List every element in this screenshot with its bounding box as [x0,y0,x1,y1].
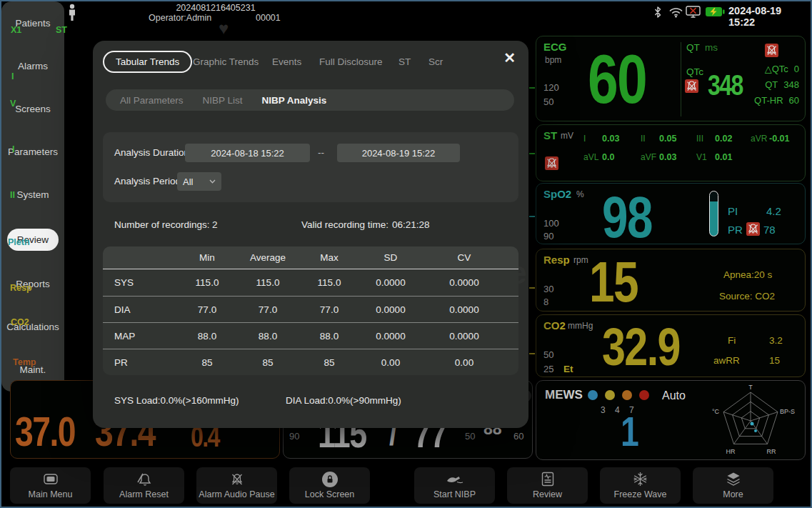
mews-tile[interactable]: MEWS 3 4 7 Auto 1 T BP-S RR HR °C [536,380,806,460]
tab-st[interactable]: ST [399,56,411,67]
waveform-tick [529,353,535,354]
tab-tabular-trends[interactable]: Tabular Trends [103,51,192,73]
delta-qtc-row: △QTc 0 [765,64,799,74]
spo2-unit: % [576,189,584,199]
st-lead-name: III [696,134,715,144]
lock-screen-button[interactable]: Lock Screen [289,467,370,504]
resp-unit: rpm [573,255,588,265]
subtab-nibp-list[interactable]: NIBP List [203,95,243,106]
resp-tile[interactable]: Resp rpm 30 8 15 Apnea:20 s Source: CO2 [536,249,806,312]
table-header-cv: CV [421,252,507,263]
sidebar-item-screens[interactable]: Screens [12,99,54,119]
cell-max: 88.0 [299,331,360,342]
st-lead-value: 0.02 [715,134,732,144]
resp-source: Source: CO2 [719,291,775,302]
qt-row: QT 348 [765,79,799,90]
ecg-tile[interactable]: ECG bpm 120 50 60 QT ms QTc 348 △QTc 0 Q… [536,36,806,121]
resp-limit-high: 30 [543,284,553,294]
nibp-map-low: 60 [513,431,523,442]
alarm-reset-button[interactable]: Alarm Reset [104,467,184,504]
table-header-sd: SD [360,252,421,263]
cell-sd: 0.0000 [360,277,421,288]
qt-hr-value: 60 [789,95,799,106]
more-button[interactable]: More [693,467,773,504]
table-row-map: MAP 88.0 88.0 88.0 0.0000 0.0000 [103,322,518,349]
fi-value: 3.2 [769,335,783,346]
radar-label-bps: BP-S [780,408,795,415]
duration-start-field[interactable]: 2024-08-18 15:22 [185,144,310,162]
table-header-max: Max [299,252,360,263]
table-row-dia: DIA 77.0 77.0 77.0 0.0000 0.0000 [103,296,518,322]
main-menu-button[interactable]: Main Menu [10,467,91,504]
tab-events[interactable]: Events [272,56,301,67]
table-row-pr: PR 85 85 85 0.00 0.00 [103,349,518,375]
qt-hr-label: QT-HR [754,95,783,106]
co2-tile[interactable]: CO2 mmHg 50 25 Et 32.9 Fi 3.2 awRR 15 [536,314,806,377]
patient-id: 00001 [256,13,281,23]
review-dialog: Demo Mode Tabular Trends Graphic Trends … [93,41,528,428]
cell-cv: 0.0000 [421,277,507,288]
freeze-wave-button[interactable]: Freeze Wave [600,467,681,504]
delta-qtc-value: 0 [794,64,799,74]
radar-label-t: T [748,384,753,391]
analysis-duration-label: Analysis Duration: [114,147,192,158]
alarm-audio-pause-button[interactable]: Alarm Audio Pause [196,467,277,504]
st-tile[interactable]: ST mV I0.03 II0.05 III0.02 aVR-0.01 aVL0… [536,124,806,181]
wave-label-lead2: II [10,190,15,200]
st-lead-name: aVR [751,134,769,144]
fi-label: Fi [728,335,736,346]
awrr-label: awRR [713,355,740,366]
mews-score-value: 1 [621,411,638,452]
pr-value: 78 [763,224,776,236]
row-label: MAP [114,331,177,342]
subtab-nibp-analysis[interactable]: NIBP Analysis [262,95,327,106]
st-lead-value: 0.05 [659,134,676,144]
wave-label-lead1: I [11,71,14,81]
alarm-off-icon [685,79,698,93]
sidebar-item-system[interactable]: System [14,185,51,204]
analysis-period-dropdown[interactable]: All [177,172,221,191]
review-button[interactable]: Review [507,467,588,504]
display-disconnected-icon [686,6,701,21]
co2-label: CO2 [543,319,566,332]
alarm-off-icon [746,222,760,236]
valid-time-label: Valid recording time: [301,219,389,230]
pr-label: PR [728,224,743,236]
subtab-all-parameters[interactable]: All Parameters [120,95,184,106]
nibp-analysis-table: Min Average Max SD CV SYS 115.0 115.0 11… [103,246,518,375]
st-lead-value: -0.01 [769,134,790,144]
duration-separator: -- [318,147,324,158]
co2-et-label: Et [563,364,573,374]
analysis-period-value: All [183,176,193,187]
cell-sd: 0.0000 [360,331,421,342]
spo2-tile[interactable]: SpO2 % 100 90 98 PI 4.2 PR 78 [536,183,806,244]
st-lead-value: 0.01 [715,152,732,162]
lock-icon [321,472,339,487]
device-id: 2024081216405231 [151,3,280,13]
pacing-heart-icon: ♥ [219,19,229,39]
nibp-dia-low: 50 [465,431,475,442]
spo2-value: 98 [602,188,652,246]
pi-value: 4.2 [766,205,781,217]
close-icon[interactable]: ✕ [503,49,516,66]
waveform-tick [529,216,535,217]
resp-limit-low: 8 [543,297,548,307]
cell-cv: 0.00 [421,357,507,368]
tile-divider [681,42,681,116]
cell-sd: 0.0000 [360,304,421,315]
waveform-tick [529,87,535,89]
tab-screens-truncated[interactable]: Scr [428,56,443,67]
spo2-limit-low: 90 [543,231,553,241]
ecg-hr-value: 60 [588,45,646,114]
tab-full-disclosure[interactable]: Full Disclosure [319,56,383,67]
snowflake-icon [633,472,648,487]
tab-graphic-trends[interactable]: Graphic Trends [193,56,259,67]
wave-label-temp: Temp [13,357,36,367]
st-lead-name: II [641,134,659,144]
cell-average: 88.0 [237,331,299,342]
start-nibp-button[interactable]: Start NIBP [414,467,495,504]
spo2-limit-high: 100 [543,218,559,229]
mews-dot-orange [622,390,632,400]
duration-end-field[interactable]: 2024-08-19 15:22 [337,144,460,162]
sidebar-item-alarms[interactable]: Alarms [15,56,51,76]
